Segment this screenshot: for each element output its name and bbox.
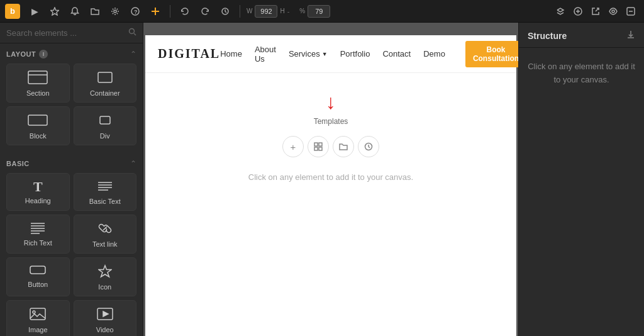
svg-point-12: [130, 29, 135, 34]
settings-tool[interactable]: [107, 3, 123, 20]
help-tool[interactable]: ?: [127, 3, 143, 20]
svg-rect-14: [28, 71, 47, 84]
svg-rect-28: [30, 266, 45, 274]
section-label: Section: [26, 89, 50, 97]
video-icon: [96, 307, 114, 323]
div-label: Div: [100, 132, 110, 140]
canvas-area[interactable]: DIGITAL Home About Us Services ▼ Portfol…: [143, 23, 518, 336]
download-icon[interactable]: [626, 30, 635, 41]
heading-element[interactable]: T Heading: [6, 173, 70, 211]
layout-section-header: LAYOUT i ⌃: [6, 50, 136, 59]
video-element[interactable]: Video: [74, 300, 137, 336]
left-sidebar: LAYOUT i ⌃ Section Container: [0, 23, 143, 336]
nav-demo[interactable]: Demo: [423, 49, 445, 59]
search-icon: [128, 28, 136, 38]
right-sidebar: Structure Click on any element to add it…: [518, 23, 644, 336]
templates-label: Templates: [314, 117, 348, 126]
svg-rect-18: [100, 116, 110, 124]
structure-body: Click on any element to add it to your c…: [519, 48, 644, 99]
clock-template-btn[interactable]: [358, 136, 379, 157]
page-nav: DIGITAL Home About Us Services ▼ Portfol…: [145, 35, 516, 73]
heading-label: Heading: [25, 197, 51, 204]
wordpress-btn[interactable]: [570, 3, 586, 20]
folder-template-btn[interactable]: [333, 136, 354, 157]
svg-point-1: [114, 10, 116, 13]
image-label: Image: [28, 326, 48, 333]
basic-text-label: Basic Text: [89, 198, 121, 205]
container-element[interactable]: Container: [74, 64, 137, 103]
basic-collapse-btn[interactable]: ⌃: [130, 159, 136, 168]
icon-label: Icon: [98, 283, 111, 291]
book-consultation-btn[interactable]: Book Consultation: [465, 41, 518, 67]
layout-section: LAYOUT i ⌃ Section Container: [0, 43, 143, 153]
nav-about[interactable]: About Us: [255, 45, 276, 64]
w-input[interactable]: [255, 5, 277, 18]
preview-btn[interactable]: [605, 3, 621, 20]
folder-tool[interactable]: [87, 3, 103, 20]
text-link-element[interactable]: Text link: [74, 215, 137, 254]
rich-text-element[interactable]: Rich Text: [6, 215, 70, 254]
svg-marker-29: [99, 266, 111, 277]
section-icon: [28, 70, 48, 86]
button-icon: [29, 264, 47, 277]
svg-rect-17: [28, 115, 47, 125]
video-label: Video: [96, 326, 114, 333]
basic-text-element[interactable]: Basic Text: [74, 173, 137, 211]
layout-collapse-btn[interactable]: ⌃: [130, 50, 136, 59]
add-tool[interactable]: [147, 3, 164, 20]
main-area: LAYOUT i ⌃ Section Container: [0, 23, 644, 336]
image-element[interactable]: Image: [6, 300, 70, 336]
rich-text-icon: [30, 221, 46, 236]
page-nav-links: Home About Us Services ▼ Portfolio Conta…: [220, 41, 518, 67]
toolbar-separator-1: [170, 5, 170, 18]
nav-home[interactable]: Home: [220, 49, 242, 59]
pct-control: %: [297, 5, 330, 18]
svg-rect-34: [314, 143, 318, 146]
grid-template-btn[interactable]: [308, 136, 329, 157]
svg-point-9: [612, 10, 614, 13]
toolbar-separator-2: [240, 5, 240, 18]
h-label: H: [280, 8, 284, 14]
block-label: Block: [30, 132, 47, 140]
div-icon: [95, 113, 115, 129]
account-btn[interactable]: [623, 3, 639, 20]
div-element[interactable]: Div: [74, 106, 137, 145]
search-input[interactable]: [6, 28, 125, 38]
notification-tool[interactable]: [67, 3, 83, 20]
h-dash: -: [287, 8, 290, 15]
text-link-label: Text link: [92, 240, 118, 248]
cursor-tool[interactable]: ▶: [26, 3, 43, 20]
nav-portfolio[interactable]: Portfolio: [340, 49, 370, 59]
undo-btn[interactable]: [177, 3, 193, 20]
block-icon: [28, 113, 48, 129]
canvas-hint: Click on any element to add it to your c…: [248, 172, 413, 182]
layout-info-badge[interactable]: i: [39, 50, 48, 59]
basic-text-icon: [97, 180, 113, 194]
section-element[interactable]: Section: [6, 64, 70, 103]
text-link-icon: [98, 221, 112, 237]
svg-rect-16: [98, 72, 112, 82]
basic-elements-grid: T Heading Basic Text Rich Text: [6, 173, 136, 336]
redo-btn[interactable]: [197, 3, 213, 20]
nav-contact[interactable]: Contact: [382, 49, 411, 59]
heading-icon: T: [33, 180, 43, 194]
layers-btn[interactable]: [552, 3, 569, 20]
logo-button[interactable]: b: [5, 4, 20, 19]
arrow-down-icon: ↓: [326, 92, 336, 112]
add-template-btn[interactable]: +: [282, 136, 304, 157]
template-actions: +: [282, 136, 379, 157]
svg-rect-30: [30, 308, 45, 320]
button-element[interactable]: Button: [6, 257, 70, 296]
nav-services[interactable]: Services ▼: [289, 49, 328, 59]
basic-section-header: BASIC ⌃: [6, 159, 136, 168]
icon-element[interactable]: Icon: [74, 257, 137, 296]
external-btn[interactable]: [587, 3, 604, 20]
structure-title: Structure: [528, 31, 567, 41]
block-element[interactable]: Block: [6, 106, 70, 145]
pct-input[interactable]: [308, 5, 330, 18]
svg-point-31: [33, 311, 35, 313]
star-tool[interactable]: [47, 3, 63, 20]
icon-icon: [98, 264, 112, 280]
w-label: W: [247, 8, 252, 14]
history-btn[interactable]: [217, 3, 233, 20]
